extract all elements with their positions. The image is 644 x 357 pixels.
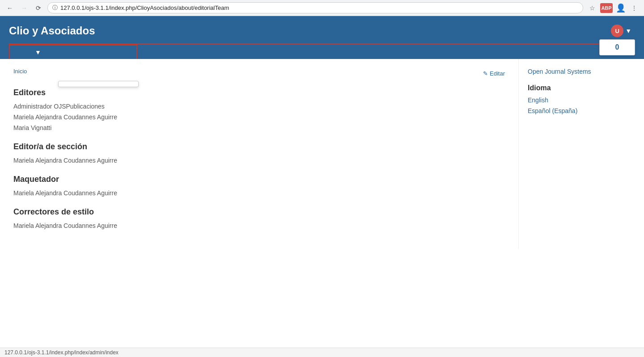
nav-dropdown-menu xyxy=(58,81,139,87)
nav-bar: ▼ 🔍 Buscar xyxy=(9,43,635,59)
user-avatar: U xyxy=(611,25,623,37)
header-right: U ▼ xyxy=(607,23,635,39)
sidebar: Open Journal Systems Idioma English Espa… xyxy=(519,59,644,249)
header-top: Clio y Asociados U ▼ xyxy=(9,16,635,41)
nav-item-label xyxy=(16,49,33,56)
editores-section: Editores Administrador OJSPublicaciones … xyxy=(13,88,505,131)
bookmark-button[interactable]: ☆ xyxy=(587,3,597,13)
edit-icon: ✎ xyxy=(483,70,488,77)
browser-chrome: ← → ⟳ ⓘ 127.0.0.1/ojs-3.1.1/index.php/Cl… xyxy=(0,0,644,16)
member-0-2: Maria Vignatti xyxy=(13,124,505,131)
correctores-section: Correctores de estilo Mariela Alejandra … xyxy=(13,207,505,229)
edit-label: Editar xyxy=(490,70,505,77)
nav-active-area: ▼ xyxy=(9,45,137,59)
url-bar[interactable]: ⓘ 127.0.0.1/ojs-3.1.1/index.php/ClioyAso… xyxy=(47,2,583,13)
member-1-0: Mariela Alejandra Coudannes Aguirre xyxy=(13,157,505,164)
member-0-1: Mariela Alejandra Coudannes Aguirre xyxy=(13,113,505,121)
forward-button[interactable]: → xyxy=(19,3,30,13)
edit-button[interactable]: ✎ Editar xyxy=(483,70,505,77)
content-header: Inicio ✎ Editar xyxy=(13,68,505,79)
main-container: Inicio ✎ Editar Editores Administrador O… xyxy=(0,59,644,249)
back-button[interactable]: ← xyxy=(4,3,15,13)
menu-button[interactable]: ⋮ xyxy=(629,3,640,13)
nav-left: ▼ xyxy=(9,45,137,59)
member-2-0: Mariela Alejandra Coudannes Aguirre xyxy=(13,189,505,197)
language-espanol[interactable]: Español (España) xyxy=(528,107,635,114)
user-dropdown-badge: 0 xyxy=(607,43,627,51)
maquetador-section: Maquetador Mariela Alejandra Coudannes A… xyxy=(13,175,505,197)
reload-button[interactable]: ⟳ xyxy=(33,3,44,13)
url-text: 127.0.0.1/ojs-3.1.1/index.php/ClioyAsoci… xyxy=(60,4,578,11)
correctores-title: Correctores de estilo xyxy=(13,207,505,217)
dropdown-arrow: ▼ xyxy=(625,27,631,34)
lock-icon: ⓘ xyxy=(52,4,58,12)
section-editor-section: Editor/a de sección Mariela Alejandra Co… xyxy=(13,142,505,164)
content-area: Inicio ✎ Editar Editores Administrador O… xyxy=(0,59,519,249)
language-english[interactable]: English xyxy=(528,97,635,104)
breadcrumb-inicio[interactable]: Inicio xyxy=(13,68,27,75)
idioma-title: Idioma xyxy=(528,84,635,92)
site-title: Clio y Asociados xyxy=(9,25,95,37)
site-header: Clio y Asociados U ▼ ▼ 🔍 Buscar xyxy=(0,16,644,59)
member-3-0: Mariela Alejandra Coudannes Aguirre xyxy=(13,222,505,229)
member-0-0: Administrador OJSPublicaciones xyxy=(13,103,505,110)
ojs-link[interactable]: Open Journal Systems xyxy=(528,68,635,75)
browser-actions: ☆ ABP 👤 ⋮ xyxy=(587,3,640,13)
breadcrumb: Inicio xyxy=(13,68,27,75)
nav-item-about[interactable]: ▼ xyxy=(10,46,47,59)
avatar-button[interactable]: 👤 xyxy=(615,3,626,13)
section-editor-title: Editor/a de sección xyxy=(13,142,505,151)
maquetador-title: Maquetador xyxy=(13,175,505,184)
nav-dropdown-arrow: ▼ xyxy=(35,49,41,56)
user-dropdown: 0 xyxy=(599,39,635,55)
abp-button[interactable]: ABP xyxy=(600,3,613,13)
user-menu-button[interactable]: U ▼ xyxy=(607,23,635,39)
editores-title: Editores xyxy=(13,88,505,97)
